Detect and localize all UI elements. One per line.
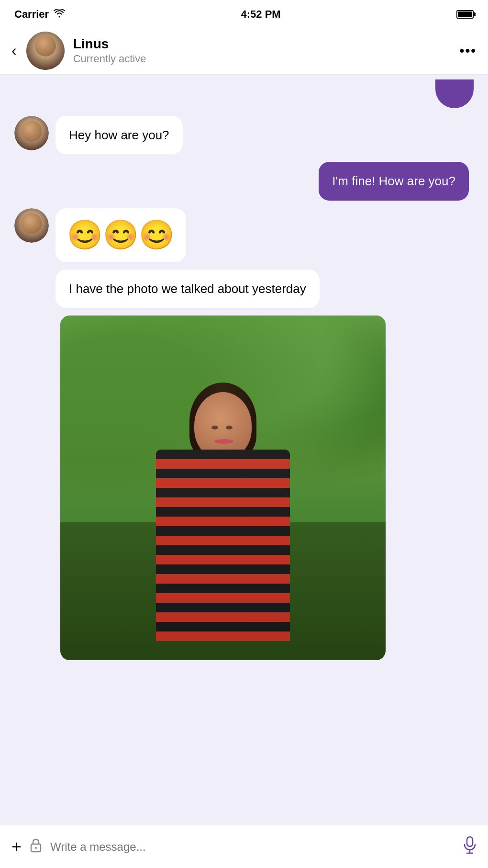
status-carrier: Carrier	[14, 8, 65, 21]
message-row: 😊😊😊	[10, 208, 478, 262]
carrier-label: Carrier	[14, 8, 49, 21]
chat-area: Hey how are you? I'm fine! How are you? …	[0, 75, 488, 825]
back-button[interactable]: ‹	[11, 42, 17, 59]
message-row: I'm fine! How are you?	[10, 162, 478, 200]
contact-avatar[interactable]	[26, 32, 65, 70]
message-bubble-sent: I'm fine! How are you?	[319, 162, 469, 200]
contact-info: Linus Currently active	[73, 36, 460, 65]
message-row: Hey how are you?	[10, 116, 478, 154]
message-input[interactable]	[50, 840, 455, 854]
status-time: 4:52 PM	[241, 8, 281, 21]
svg-point-1	[35, 847, 37, 849]
decorative-bubble	[435, 79, 474, 108]
status-battery	[456, 10, 474, 19]
photo-message	[10, 316, 478, 660]
photo-image	[60, 316, 386, 660]
contact-status: Currently active	[73, 53, 460, 65]
message-bubble-emoji: 😊😊😊	[55, 208, 186, 262]
input-area: +	[0, 825, 488, 868]
chat-header: ‹ Linus Currently active •••	[0, 27, 488, 75]
microphone-button[interactable]	[463, 836, 477, 857]
photo-bubble[interactable]	[60, 316, 386, 660]
message-bubble: Hey how are you?	[55, 116, 183, 154]
lock-icon	[29, 837, 43, 856]
message-row: I have the photo we talked about yesterd…	[10, 270, 478, 308]
status-bar: Carrier 4:52 PM	[0, 0, 488, 27]
svg-rect-2	[467, 837, 473, 846]
more-options-button[interactable]: •••	[460, 43, 477, 58]
wifi-icon	[54, 8, 65, 21]
sender-avatar	[14, 116, 49, 150]
avatar	[26, 32, 65, 70]
sender-avatar	[14, 208, 49, 243]
add-attachment-button[interactable]: +	[11, 837, 22, 857]
message-bubble: I have the photo we talked about yesterd…	[55, 270, 320, 308]
contact-name: Linus	[73, 36, 460, 52]
battery-icon	[456, 10, 474, 19]
